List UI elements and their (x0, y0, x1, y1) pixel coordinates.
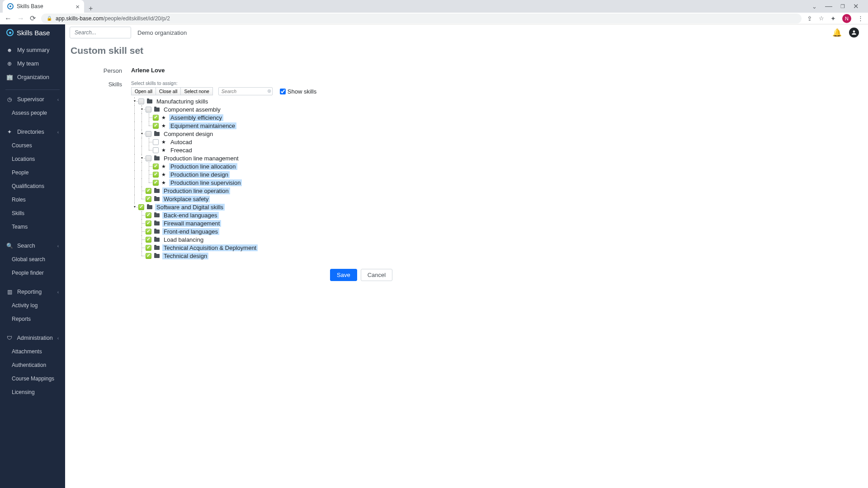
sidebar-item-reporting[interactable]: ▥Reporting‹ (0, 285, 65, 299)
sidebar-item-people[interactable]: People (0, 166, 65, 179)
checkbox[interactable] (153, 172, 159, 178)
open-all-button[interactable]: Open all (131, 87, 156, 95)
tree-node-component-design[interactable]: ▾ Component design (131, 130, 392, 138)
checkbox[interactable] (146, 131, 151, 137)
checkbox[interactable] (146, 155, 151, 161)
checkbox[interactable] (138, 99, 144, 104)
share-icon[interactable]: ⇪ (807, 15, 812, 22)
tree-node-prod-alloc[interactable]: ★ Production line allocation (131, 162, 392, 170)
checkbox[interactable] (146, 253, 151, 259)
checkbox[interactable] (138, 204, 144, 210)
sidebar-item-locations[interactable]: Locations (0, 152, 65, 166)
sidebar-item-organization[interactable]: 🏢Organization (0, 70, 65, 84)
minimize-icon[interactable]: — (825, 2, 832, 10)
new-tab-button[interactable]: + (84, 5, 97, 13)
menu-icon[interactable]: ⋮ (858, 15, 863, 22)
sidebar-item-attachments[interactable]: Attachments (0, 345, 65, 358)
sidebar-item-activity-log[interactable]: Activity log (0, 299, 65, 312)
tree-node-tech-acq[interactable]: Technical Acquisition & Deployment (131, 244, 392, 252)
profile-avatar[interactable]: N (842, 14, 851, 23)
checkbox[interactable] (153, 147, 159, 153)
tree-label: Component assembly (162, 106, 222, 113)
sidebar-item-licensing[interactable]: Licensing (0, 385, 65, 399)
checkbox[interactable] (153, 123, 159, 129)
tree-node-front-end[interactable]: Front-end languages (131, 227, 392, 235)
sidebar-item-teams[interactable]: Teams (0, 220, 65, 234)
url-field[interactable]: 🔒 app.skills-base.com/people/editskillse… (41, 14, 802, 23)
browser-tab[interactable]: Skills Base × (3, 0, 84, 13)
tree-node-equipment-maint[interactable]: ★ Equipment maintainence (131, 122, 392, 130)
checkbox[interactable] (153, 164, 159, 169)
global-search-input[interactable]: Search... (70, 27, 131, 38)
tree-node-prod-supervision[interactable]: ★ Production line supervision (131, 178, 392, 187)
sidebar-item-supervisor[interactable]: ◷Supervisor‹ (0, 93, 65, 106)
tree-node-prod-design[interactable]: ★ Production line design (131, 170, 392, 178)
sidebar-item-directories[interactable]: ✦Directories‹ (0, 125, 65, 139)
tree-node-tech-design[interactable]: Technical design (131, 252, 392, 260)
checkbox[interactable] (146, 188, 151, 194)
extensions-icon[interactable]: ✦ (830, 15, 836, 22)
show-skills-toggle[interactable]: Show skills (280, 88, 316, 95)
tree-search-input[interactable] (218, 87, 273, 95)
tree-node-load-balancing[interactable]: Load balancing (131, 235, 392, 244)
expand-toggle-icon[interactable]: ▾ (140, 156, 144, 160)
tree-node-back-end[interactable]: Back-end languages (131, 211, 392, 219)
checkbox[interactable] (146, 237, 151, 243)
expand-toggle-icon[interactable]: ▾ (140, 131, 144, 136)
tree-node-workplace-safety[interactable]: Workplace safety (131, 195, 392, 203)
clear-search-icon[interactable]: ⊗ (267, 88, 271, 94)
sidebar-item-global-search[interactable]: Global search (0, 253, 65, 266)
save-button[interactable]: Save (330, 269, 357, 281)
checkbox[interactable] (153, 139, 159, 145)
sidebar-item-people-finder[interactable]: People finder (0, 266, 65, 280)
sidebar-item-my-summary[interactable]: ☻My summary (0, 43, 65, 57)
tree-node-software-digital[interactable]: ▾ Software and Digital skills (131, 203, 392, 211)
show-skills-checkbox[interactable] (280, 89, 286, 94)
sidebar-item-search[interactable]: 🔍Search‹ (0, 239, 65, 253)
reload-icon[interactable]: ⟳ (30, 14, 36, 23)
checkbox[interactable] (146, 245, 151, 251)
tree-node-freecad[interactable]: ★ Freecad (131, 146, 392, 154)
back-icon[interactable]: ← (5, 14, 12, 23)
close-window-icon[interactable]: ✕ (853, 2, 859, 10)
tree-node-prod-mgmt[interactable]: ▾ Production line management (131, 154, 392, 162)
chevron-down-icon[interactable]: ⌄ (812, 3, 817, 10)
sidebar-item-administration[interactable]: 🛡Administration‹ (0, 331, 65, 345)
sidebar-item-roles[interactable]: Roles (0, 193, 65, 206)
tree-node-assembly-efficiency[interactable]: ★ Assembly efficiency (131, 113, 392, 122)
expand-toggle-icon[interactable]: ▾ (132, 99, 137, 103)
star-icon[interactable]: ☆ (819, 15, 824, 22)
bell-icon[interactable]: 🔔 (832, 28, 842, 38)
page-title: Custom skill set (71, 45, 863, 56)
checkbox[interactable] (146, 107, 151, 113)
checkbox[interactable] (146, 212, 151, 218)
checkbox[interactable] (153, 180, 159, 186)
close-all-button[interactable]: Close all (156, 87, 181, 95)
expand-toggle-icon[interactable]: ▾ (132, 205, 137, 209)
checkbox[interactable] (153, 115, 159, 121)
sidebar-item-my-team[interactable]: ⊕My team (0, 57, 65, 70)
checkbox[interactable] (146, 196, 151, 202)
sidebar-item-reports[interactable]: Reports (0, 312, 65, 326)
tree-node-manufacturing[interactable]: ▾ Manufacturing skills (131, 97, 392, 105)
sidebar-item-assess-people[interactable]: Assess people (0, 106, 65, 120)
tree-node-autocad[interactable]: ★ Autocad (131, 138, 392, 146)
select-none-button[interactable]: Select none (181, 87, 212, 95)
sidebar-item-authentication[interactable]: Authentication (0, 358, 65, 372)
cancel-button[interactable]: Cancel (361, 269, 392, 281)
sidebar-item-courses[interactable]: Courses (0, 139, 65, 152)
sidebar-item-course-mappings[interactable]: Course Mappings (0, 372, 65, 385)
checkbox[interactable] (146, 229, 151, 235)
close-tab-icon[interactable]: × (75, 3, 80, 10)
expand-toggle-icon[interactable]: ▾ (140, 107, 144, 111)
tree-node-firewall[interactable]: Firewall management (131, 219, 392, 227)
sidebar-item-skills[interactable]: Skills (0, 206, 65, 220)
checkbox[interactable] (146, 221, 151, 226)
maximize-icon[interactable]: ❐ (840, 4, 845, 9)
brand[interactable]: Skills Base (0, 24, 65, 41)
tree-node-component-assembly[interactable]: ▾ Component assembly (131, 105, 392, 113)
tree-node-prod-operation[interactable]: Production line operation (131, 187, 392, 195)
sidebar-item-qualifications[interactable]: Qualifications (0, 179, 65, 193)
tree-label: Autocad (169, 139, 193, 145)
user-menu-icon[interactable] (849, 28, 859, 38)
